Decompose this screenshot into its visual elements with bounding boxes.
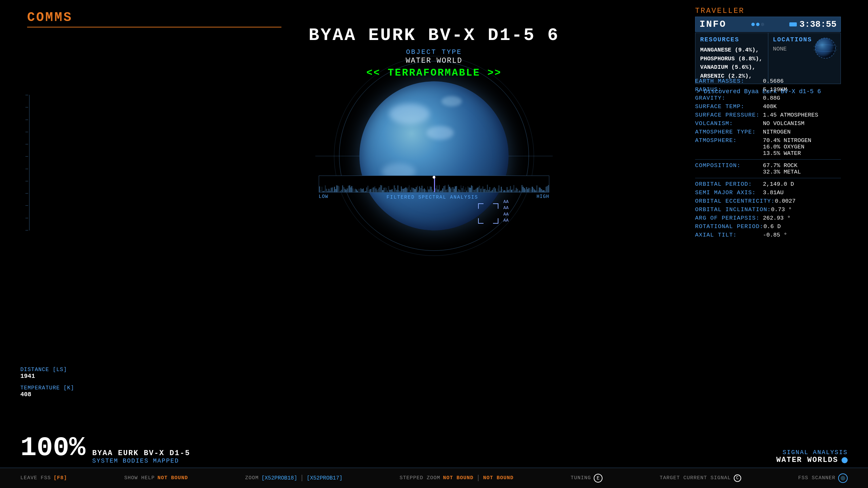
data-row-surface-temp: SURFACE TEMP: 408K [695,103,841,110]
mapped-label: SYSTEM BODIES MAPPED [92,458,190,464]
reticle-corner-br [493,218,498,224]
gravity-label: GRAVITY: [695,95,763,101]
arg-periapsis-label: ARG OF PERIAPSIS: [695,215,763,221]
zoom-value1: [X52PROB18] [261,475,297,481]
bottom-center: 100% BYAA EURK BV-X D1-5 SYSTEM BODIES M… [20,434,190,464]
data-row-rotational-period: ROTATIONAL PERIOD: 0.6 D [695,223,841,230]
composition-label: COMPOSITION: [695,162,763,175]
distance-label: DISTANCE [LS] [20,367,74,373]
crosshair-container: AAAAAAAA [315,68,553,244]
object-type-label: OBJECT TYPE [0,48,868,56]
planet-data-panel: EARTH MASSES: 0.5686 RADIUS: 5,139KM GRA… [695,78,841,240]
spectral-dot [433,176,435,179]
show-help-value: NOT BOUND [157,475,188,481]
tuning-label: TUNING [571,475,591,481]
bottom-zoom: ZOOM [X52PROB18] | [X52PROB17] [245,474,342,482]
orbital-inclination-label: ORBITAL INCLINATION: [695,206,771,213]
composition-value: 67.7% ROCK 32.3% METAL [763,162,841,175]
leave-fss-label: LEAVE FSS [20,475,51,481]
atmosphere-type-label: ATMOSPHERE TYPE: [695,129,763,135]
earth-masses-value: 0.5686 [763,78,841,84]
data-row-semi-major: SEMI MAJOR AXIS: 3.81AU [695,189,841,196]
traveller-label: TRAVELLER [695,7,841,15]
rotational-period-label: ROTATIONAL PERIOD: [695,223,764,230]
spectral-low-label: LOW [319,194,328,200]
signal-dot [842,457,848,463]
semi-major-value: 3.81AU [763,189,841,196]
reticle-corner-tl [478,203,484,209]
data-separator-1 [695,159,841,160]
orbital-eccentricity-value: 0.0027 [775,198,841,204]
data-row-orbital-period: ORBITAL PERIOD: 2,149.0 D [695,181,841,187]
data-row-orbital-eccentricity: ORBITAL ECCENTRICITY: 0.0027 [695,198,841,204]
bottom-fss-scanner: FSS SCANNER [798,473,848,483]
temperature-value: 408 [20,391,74,398]
zoom-value2: [X52PROB17] [307,475,343,481]
data-row-axial-tilt: AXIAL TILT: -0.85 ° [695,232,841,238]
signal-analysis-label: SIGNAL ANALYSIS [776,449,848,456]
bottom-bar: LEAVE FSS [F8] SHOW HELP NOT BOUND ZOOM … [0,468,868,488]
fss-scanner-icon [838,473,848,483]
orbital-inclination-value: 0.73 ° [771,206,841,213]
data-row-earth-masses: EARTH MASSES: 0.5686 [695,78,841,84]
distance-value: 1941 [20,373,74,380]
surface-pressure-value: 1.45 ATMOSPHERES [763,112,841,118]
targeting-reticle [478,203,498,224]
planet-sphere-area: AAAAAAAA LOW FILTERED SPECTRAL ANALYSIS … [298,68,570,244]
spectral-title: FILTERED SPECTRAL ANALYSIS [387,195,478,200]
surface-temp-label: SURFACE TEMP: [695,103,763,110]
planet-name: BYAA EURK BV-X D1-5 6 [0,25,868,45]
rotational-period-value: 0.6 D [764,223,841,230]
orbital-period-value: 2,149.0 D [763,181,841,187]
stepped-zoom-value1: NOT BOUND [443,475,474,481]
spectral-high-label: HIGH [536,194,549,200]
target-icon: C [734,474,741,482]
temperature-label: TEMPERATURE [K] [20,385,74,391]
data-separator-2 [695,178,841,178]
bottom-stepped-zoom: STEPPED ZOOM NOT BOUND | NOT BOUND [400,474,514,482]
radius-label: RADIUS: [695,86,763,93]
comms-section: COMMS [27,10,281,27]
data-row-orbital-inclination: ORBITAL INCLINATION: 0.73 ° [695,206,841,213]
earth-masses-label: EARTH MASSES: [695,78,763,84]
data-row-atmosphere: ATMOSPHERE: 70.4% NITROGEN 16.0% OXYGEN … [695,137,841,157]
comms-label: COMMS [27,10,281,25]
reticle-corner-tr [493,203,498,209]
orbital-period-label: ORBITAL PERIOD: [695,181,763,187]
leave-fss-value: [F8] [54,475,67,481]
reticle-text: AAAAAAAA [503,199,509,224]
zoom-label: ZOOM [245,475,259,481]
atmosphere-value: 70.4% NITROGEN 16.0% OXYGEN 13.5% WATER [763,137,841,157]
axial-tilt-value: -0.85 ° [763,232,841,238]
axial-tilt-label: AXIAL TILT: [695,232,763,238]
data-row-arg-periapsis: ARG OF PERIAPSIS: 262.93 ° [695,215,841,221]
bottom-tuning: TUNING E [571,474,603,483]
left-labels: DISTANCE [LS] 1941 TEMPERATURE [K] 408 [20,367,74,403]
spectral-labels: LOW FILTERED SPECTRAL ANALYSIS HIGH [319,194,549,200]
volcanism-label: VOLCANISM: [695,120,763,127]
stepped-zoom-sep: | [476,474,480,482]
zoom-sep: | [300,474,304,482]
target-signal-label: TARGET CURRENT SIGNAL [659,475,731,481]
volcanism-value: NO VOLCANISM [763,120,841,127]
ruler-left [25,95,29,230]
atmosphere-type-value: NITROGEN [763,129,841,135]
signal-analysis: SIGNAL ANALYSIS WATER WORLDS [776,449,848,464]
data-row-gravity: GRAVITY: 0.88G [695,95,841,101]
stepped-zoom-value2: NOT BOUND [483,475,514,481]
fss-scanner-label: FSS SCANNER [798,475,835,481]
surface-temp-value: 408K [763,103,841,110]
orbital-eccentricity-label: ORBITAL ECCENTRICITY: [695,198,775,204]
show-help-label: SHOW HELP [124,475,155,481]
stepped-zoom-label: STEPPED ZOOM [400,475,440,481]
big-percent: 100% [20,434,85,462]
gravity-value: 0.88G [763,95,841,101]
data-row-atmosphere-type: ATMOSPHERE TYPE: NITROGEN [695,129,841,135]
data-row-composition: COMPOSITION: 67.7% ROCK 32.3% METAL [695,162,841,175]
spectral-area: LOW FILTERED SPECTRAL ANALYSIS HIGH [319,176,549,200]
atmosphere-label: ATMOSPHERE: [695,137,763,157]
semi-major-label: SEMI MAJOR AXIS: [695,189,763,196]
planet-ring-outer [334,56,534,256]
mapped-info: BYAA EURK BV-X D1-5 SYSTEM BODIES MAPPED [92,449,190,464]
system-name: BYAA EURK BV-X D1-5 [92,449,190,458]
